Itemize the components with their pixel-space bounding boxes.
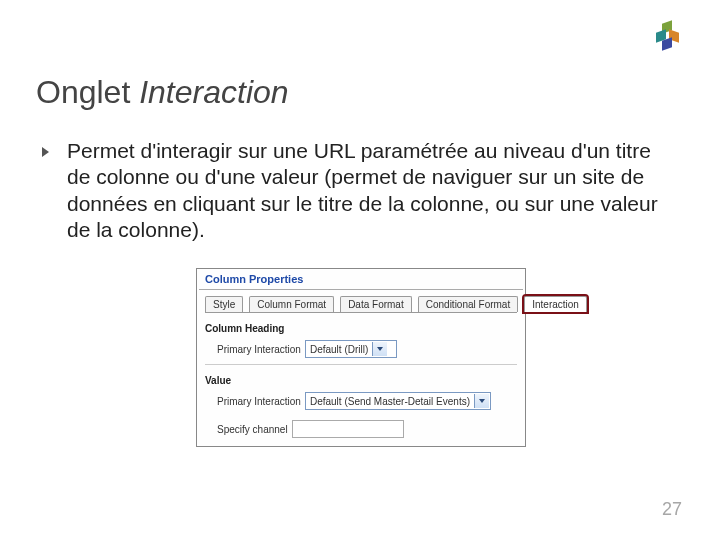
bullet-text: Permet d'interagir sur une URL paramétré… xyxy=(67,138,660,243)
chevron-down-icon xyxy=(372,342,387,356)
title-text-emphasis: Interaction xyxy=(139,74,288,110)
heading-primary-interaction-label: Primary Interaction xyxy=(217,344,301,355)
value-primary-interaction-value: Default (Send Master-Detail Events) xyxy=(306,396,474,407)
section-column-heading: Column Heading xyxy=(197,313,525,336)
bullet-marker-icon xyxy=(42,147,49,157)
tab-style[interactable]: Style xyxy=(205,296,243,312)
dialog-title: Column Properties xyxy=(197,269,525,289)
brand-logo xyxy=(656,22,682,48)
value-primary-interaction-select[interactable]: Default (Send Master-Detail Events) xyxy=(305,392,491,410)
heading-primary-interaction-row: Primary Interaction Default (Drill) xyxy=(197,336,525,364)
tab-column-format[interactable]: Column Format xyxy=(249,296,334,312)
column-properties-dialog: Column Properties Style Column Format Da… xyxy=(196,268,526,447)
specify-channel-input[interactable] xyxy=(292,420,404,438)
value-primary-interaction-row: Primary Interaction Default (Send Master… xyxy=(197,388,525,416)
heading-primary-interaction-select[interactable]: Default (Drill) xyxy=(305,340,397,358)
heading-primary-interaction-value: Default (Drill) xyxy=(306,344,372,355)
title-text-plain: Onglet xyxy=(36,74,139,110)
body-bullet: Permet d'interagir sur une URL paramétré… xyxy=(42,138,660,243)
svg-marker-0 xyxy=(377,347,383,351)
specify-channel-label: Specify channel xyxy=(217,424,288,435)
tab-conditional-format[interactable]: Conditional Format xyxy=(418,296,518,312)
tab-data-format[interactable]: Data Format xyxy=(340,296,412,312)
chevron-down-icon xyxy=(474,394,489,408)
dialog-tabs: Style Column Format Data Format Conditio… xyxy=(197,290,525,312)
value-primary-interaction-label: Primary Interaction xyxy=(217,396,301,407)
svg-marker-1 xyxy=(479,399,485,403)
page-number: 27 xyxy=(662,499,682,520)
specify-channel-row: Specify channel xyxy=(197,416,525,446)
section-value: Value xyxy=(197,365,525,388)
tab-interaction[interactable]: Interaction xyxy=(524,296,587,312)
slide-title: Onglet Interaction xyxy=(36,74,289,111)
